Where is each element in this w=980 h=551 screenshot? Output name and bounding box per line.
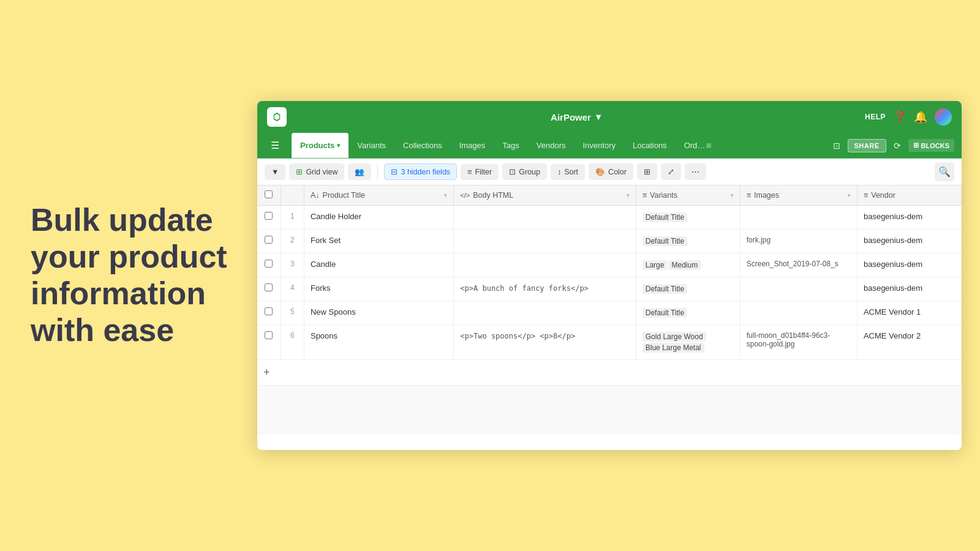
filter-btn[interactable]: ≡ Filter (461, 164, 499, 180)
hamburger-menu[interactable]: ☰ (262, 133, 288, 158)
row-checkbox[interactable] (265, 307, 273, 315)
blocks-button[interactable]: ⊞ BLOCKS (908, 139, 954, 152)
export-icon[interactable]: ⊡ (829, 138, 844, 153)
table-row[interactable]: 1Candle HolderDefault Titlebasegenius-de… (257, 206, 962, 230)
row-vendor[interactable]: basegenius-dem (857, 253, 961, 277)
nav-item-tags[interactable]: Tags (494, 133, 527, 158)
row-checkbox-cell[interactable] (257, 206, 281, 230)
row-vendor[interactable]: basegenius-dem (857, 230, 961, 253)
grid-view-btn[interactable]: ⊞ Grid view (289, 163, 344, 180)
row-body-html[interactable] (454, 230, 636, 253)
col-header-variants[interactable]: ≡ Variants ▾ (636, 186, 740, 206)
row-checkbox-cell[interactable] (257, 301, 281, 325)
filter-toggle-btn[interactable]: ▼ (265, 164, 285, 180)
nav-item-images[interactable]: Images (451, 133, 494, 158)
help-label[interactable]: HELP (865, 113, 886, 121)
search-btn[interactable]: 🔍 (935, 162, 954, 181)
group-btn[interactable]: ⊡ Group (502, 163, 547, 180)
nav-item-vendors[interactable]: Vendors (528, 133, 575, 158)
nav-item-products[interactable]: Products ▾ (292, 133, 349, 158)
row-checkbox[interactable] (265, 236, 273, 244)
people-view-btn[interactable]: 👥 (348, 163, 371, 180)
row-checkbox[interactable] (265, 283, 273, 291)
col-header-title[interactable]: A↓ Product Title ▾ (304, 186, 453, 206)
top-bar-center: AirPower ▾ (551, 111, 601, 122)
row-variants[interactable]: Default Title (636, 206, 740, 230)
row-vendor[interactable]: ACME Vendor 2 (857, 325, 961, 360)
row-title[interactable]: Spoons (304, 325, 453, 360)
nav-item-orders[interactable]: Ord… ⊞ (676, 133, 720, 158)
share-button[interactable]: SHARE (848, 139, 886, 152)
row-body-html[interactable]: <p>A bunch of fancy forks</p> (454, 277, 636, 301)
toolbar: ▼ ⊞ Grid view 👥 ⊟ 3 hidden fields ≡ Filt… (257, 159, 962, 186)
row-checkbox-cell[interactable] (257, 277, 281, 301)
row-vendor[interactable]: basegenius-dem (857, 206, 961, 230)
row-images[interactable]: full-moon_d01b4ff4-96c3-spoon-gold.jpg (740, 325, 857, 360)
row-images[interactable]: Screen_Shot_2019-07-08_s (740, 253, 857, 277)
row-variants[interactable]: Gold Large WoodBlue Large Metal (636, 325, 740, 360)
sort-btn[interactable]: ↕ Sort (551, 164, 585, 180)
row-checkbox-cell[interactable] (257, 230, 281, 253)
color-icon: 🎨 (595, 167, 605, 176)
row-body-html[interactable] (454, 253, 636, 277)
images-col-icon: ≡ (747, 191, 751, 200)
row-images[interactable]: fork.jpg (740, 230, 857, 253)
row-variants[interactable]: LargeMedium (636, 253, 740, 277)
table-row[interactable]: 2Fork SetDefault Titlefork.jpgbasegenius… (257, 230, 962, 253)
table-options-btn[interactable]: ⊞ (637, 163, 657, 180)
row-checkbox[interactable] (265, 260, 273, 268)
row-title[interactable]: Candle Holder (304, 206, 453, 230)
help-icon[interactable]: ❓ (893, 110, 907, 124)
nav-item-variants[interactable]: Variants (349, 133, 394, 158)
row-variants[interactable]: Default Title (636, 230, 740, 253)
row-images[interactable] (740, 301, 857, 325)
col-header-body[interactable]: </> Body HTML ▾ (454, 186, 636, 206)
col-header-images[interactable]: ≡ Images ▾ (740, 186, 857, 206)
hidden-fields-btn[interactable]: ⊟ 3 hidden fields (384, 163, 457, 180)
table-row[interactable]: 4Forks<p>A bunch of fancy forks</p>Defau… (257, 277, 962, 301)
row-number: 5 (281, 301, 304, 325)
row-variants[interactable]: Default Title (636, 301, 740, 325)
row-checkbox-cell[interactable] (257, 253, 281, 277)
row-body-html[interactable] (454, 206, 636, 230)
table-row[interactable]: 6Spoons<p>Two spoons</p> <p>8</p>Gold La… (257, 325, 962, 360)
add-row[interactable]: + (257, 360, 962, 386)
history-icon[interactable]: ⟳ (890, 138, 905, 153)
more-btn[interactable]: ⋯ (685, 163, 706, 180)
row-checkbox[interactable] (265, 212, 273, 220)
notification-icon[interactable]: 🔔 (914, 110, 927, 124)
row-body-html[interactable] (454, 301, 636, 325)
row-vendor[interactable]: basegenius-dem (857, 277, 961, 301)
nav-item-locations[interactable]: Locations (624, 133, 676, 158)
table-row[interactable]: 5New SpoonsDefault TitleACME Vendor 1 (257, 301, 962, 325)
table-row[interactable]: 3CandleLargeMediumScreen_Shot_2019-07-08… (257, 253, 962, 277)
row-title[interactable]: Candle (304, 253, 453, 277)
filter-icon: ≡ (467, 168, 472, 176)
user-avatar[interactable] (935, 108, 952, 126)
products-dropdown-arrow: ▾ (337, 142, 340, 149)
color-btn[interactable]: 🎨 Color (589, 163, 633, 180)
row-title[interactable]: Forks (304, 277, 453, 301)
row-variants[interactable]: Default Title (636, 277, 740, 301)
row-title[interactable]: New Spoons (304, 301, 453, 325)
nav-item-inventory[interactable]: Inventory (574, 133, 624, 158)
select-all-checkbox[interactable] (265, 190, 273, 198)
row-checkbox[interactable] (265, 331, 273, 339)
row-vendor[interactable]: ACME Vendor 1 (857, 301, 961, 325)
row-number: 3 (281, 253, 304, 277)
row-images[interactable] (740, 206, 857, 230)
app-dropdown-arrow[interactable]: ▾ (596, 111, 601, 122)
group-icon: ⊡ (509, 167, 516, 176)
add-row-btn[interactable]: + (257, 360, 962, 386)
row-images[interactable] (740, 277, 857, 301)
nav-item-collections[interactable]: Collections (394, 133, 451, 158)
variant-tag: Default Title (643, 284, 687, 294)
col-header-vendor[interactable]: ≡ Vendor (857, 186, 961, 206)
row-title[interactable]: Fork Set (304, 230, 453, 253)
images-col-label: Images (754, 191, 779, 200)
app-name: AirPower (551, 112, 591, 122)
expand-btn[interactable]: ⤢ (661, 163, 681, 180)
row-checkbox-cell[interactable] (257, 325, 281, 360)
row-body-html[interactable]: <p>Two spoons</p> <p>8</p> (454, 325, 636, 360)
image-filename: spoon-gold.jpg (747, 340, 851, 348)
